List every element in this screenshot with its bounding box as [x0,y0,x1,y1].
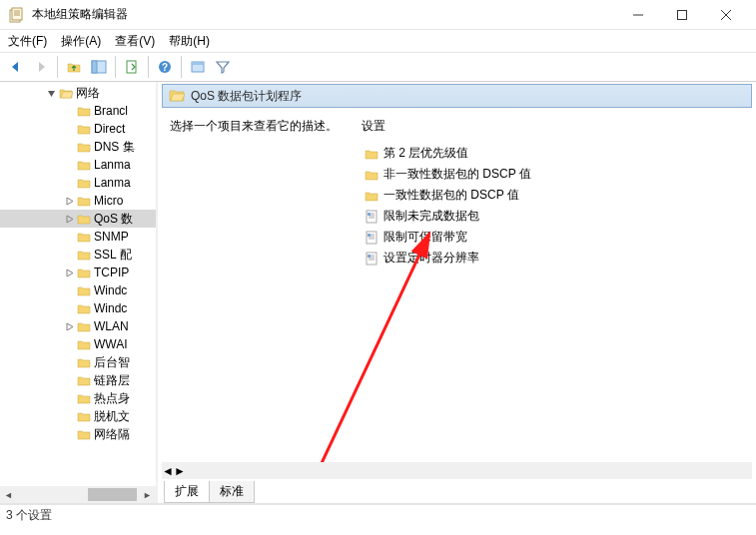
spacer [62,140,76,154]
list-item-label: 第 2 层优先级值 [383,145,468,162]
tree-node-label: Brancl [94,104,128,118]
tree-node-label: QoS 数 [94,211,133,228]
tab-standard[interactable]: 标准 [209,481,255,503]
folder-icon [76,266,92,279]
tree-node[interactable]: Lanma [0,156,156,174]
tree-node-label: Lanma [94,158,131,172]
settings-column-header[interactable]: 设置 [362,118,752,135]
list-item-setting[interactable]: 设置定时器分辨率 [362,248,752,268]
menu-help[interactable]: 帮助(H) [169,33,210,50]
filter-button[interactable] [211,55,235,79]
forward-button[interactable] [29,55,53,79]
scroll-right-arrow[interactable]: ► [139,486,156,503]
expand-icon[interactable] [62,194,76,208]
tree-node[interactable]: WWAI [0,335,156,353]
tree-node[interactable]: SSL 配 [0,246,156,264]
tree-node[interactable]: 热点身 [0,389,156,407]
list-item-setting[interactable]: 限制可保留带宽 [362,227,752,248]
title-bar: 本地组策略编辑器 [0,0,756,30]
folder-icon [76,104,92,118]
tree-horizontal-scrollbar[interactable]: ◄ ► [0,486,156,503]
svg-text:?: ? [162,62,168,73]
back-button[interactable] [4,55,28,79]
collapse-icon[interactable] [44,86,58,100]
scroll-right-arrow[interactable]: ► [174,464,186,478]
spacer [62,158,76,172]
tree-node[interactable]: Windc [0,299,156,317]
toolbar-divider [181,56,182,78]
spacer [62,104,76,118]
tree-node[interactable]: SNMP [0,228,156,246]
menu-action[interactable]: 操作(A) [61,33,101,50]
expand-icon[interactable] [62,212,76,226]
tab-extended[interactable]: 扩展 [164,481,210,503]
toolbar-divider [115,56,116,78]
toolbar-divider [57,56,58,78]
tree-node[interactable]: 网络隔 [0,425,156,443]
scroll-thumb[interactable] [88,488,137,501]
spacer [62,176,76,190]
svg-rect-16 [367,211,377,223]
folder-icon [76,337,92,351]
tree-node[interactable]: Windc [0,281,156,299]
tree-node-label: 热点身 [94,390,130,407]
tree-node[interactable]: QoS 数 [0,210,156,228]
list-item-label: 设置定时器分辨率 [383,250,479,267]
expand-icon[interactable] [62,266,76,279]
tree-node[interactable]: WLAN [0,317,156,335]
tree-node-root[interactable]: 网络 [0,84,156,102]
menu-view[interactable]: 查看(V) [115,33,155,50]
folder-icon [76,212,92,226]
list-item-folder[interactable]: 非一致性数据包的 DSCP 值 [362,164,752,185]
tree-node-label: 链路层 [94,372,130,389]
tree-node-label: Lanma [94,176,131,190]
tree-node[interactable]: DNS 集 [0,138,156,156]
folder-icon [76,230,92,244]
tree-node-label: WLAN [94,319,129,333]
scroll-track[interactable] [17,486,139,503]
list-item-label: 一致性数据包的 DSCP 值 [383,187,519,204]
scroll-left-arrow[interactable]: ◄ [162,464,174,478]
close-button[interactable] [704,1,748,29]
list-item-folder[interactable]: 一致性数据包的 DSCP 值 [362,185,752,206]
spacer [62,248,76,262]
folder-icon [364,146,379,162]
help-button[interactable]: ? [153,55,177,79]
tree-node[interactable]: 脱机文 [0,407,156,425]
list-item-folder[interactable]: 第 2 层优先级值 [362,143,752,164]
tree-node[interactable]: Micro [0,192,156,210]
svg-rect-6 [678,10,687,19]
list-item-setting[interactable]: 限制未完成数据包 [362,206,752,227]
up-button[interactable] [62,55,86,79]
folder-icon [76,176,92,190]
folder-open-icon [58,86,74,100]
tree-node-label: DNS 集 [94,139,135,156]
tree-node[interactable]: Brancl [0,102,156,120]
expand-icon[interactable] [62,319,76,333]
spacer [62,373,76,387]
menu-file[interactable]: 文件(F) [8,33,47,50]
svg-rect-21 [367,232,377,244]
svg-rect-10 [92,61,97,73]
tree-node[interactable]: 链路层 [0,371,156,389]
export-button[interactable] [120,55,144,79]
tree-node[interactable]: TCPIP [0,264,156,281]
minimize-button[interactable] [616,1,660,29]
mmc-console-button[interactable] [186,55,210,79]
tree-node[interactable]: 后台智 [0,353,156,371]
details-horizontal-scrollbar[interactable]: ◄ ► [162,462,752,479]
tree-node[interactable]: Direct [0,120,156,138]
scroll-left-arrow[interactable]: ◄ [0,486,17,503]
spacer [62,122,76,136]
tree-node[interactable]: Lanma [0,174,156,192]
tree[interactable]: 网络 BranclDirectDNS 集LanmaLanmaMicroQoS 数… [0,82,156,445]
show-hide-tree-button[interactable] [87,55,111,79]
maximize-button[interactable] [660,1,704,29]
folder-icon [76,122,92,136]
folder-icon [76,248,92,262]
spacer [62,391,76,405]
tree-node-label: Windc [94,283,127,297]
tree-node-label: 脱机文 [94,408,130,425]
svg-rect-1 [12,8,22,20]
tree-node-label: SNMP [94,230,129,244]
